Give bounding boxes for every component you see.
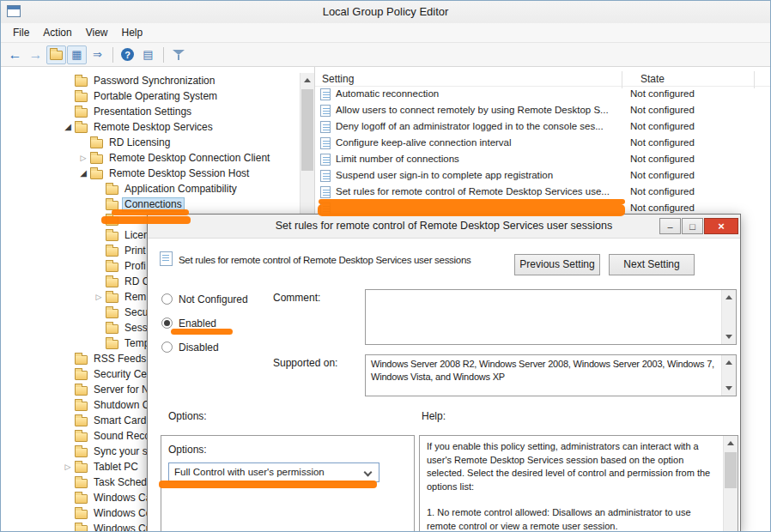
tree-item-label: Connections xyxy=(122,197,185,212)
options-inner-label: Options: xyxy=(168,444,207,456)
scroll-up-icon[interactable] xyxy=(722,290,736,305)
menu-item[interactable]: Help xyxy=(115,23,150,43)
tree-item[interactable]: Remote Desktop Services xyxy=(1,119,300,135)
folder-icon xyxy=(106,324,118,334)
help-icon[interactable]: ? xyxy=(118,45,137,64)
window-titlebar[interactable]: Local Group Policy Editor xyxy=(1,1,770,23)
tree-item-label: RD Licensing xyxy=(106,136,173,150)
column-divider[interactable] xyxy=(754,71,755,88)
setting-row[interactable]: Limit number of connections Not configur… xyxy=(315,152,770,168)
menu-item[interactable]: View xyxy=(79,23,115,43)
folder-icon xyxy=(75,525,88,532)
maximize-button[interactable]: □ xyxy=(682,218,703,234)
folder-icon xyxy=(75,355,88,365)
tree-item-label: RSS Feeds xyxy=(91,352,149,366)
scroll-up-icon[interactable] xyxy=(722,355,736,370)
supported-on-label: Supported on: xyxy=(273,357,337,369)
column-header-state[interactable]: State xyxy=(640,73,665,85)
comment-input[interactable] xyxy=(365,289,737,345)
export-list-icon[interactable]: ⇒ xyxy=(88,45,107,64)
filter-icon[interactable] xyxy=(168,45,188,64)
setting-row[interactable]: Allow users to connect remotely by using… xyxy=(315,103,770,119)
policy-icon xyxy=(320,105,331,117)
scrollbar-thumb[interactable] xyxy=(301,89,313,171)
tree-item[interactable]: Remote Desktop Connection Client xyxy=(1,150,300,166)
tree-item-label: Presentation Settings xyxy=(91,105,194,119)
tree-item[interactable]: Connections xyxy=(1,196,300,212)
menu-bar: File Action View Help xyxy=(1,23,770,43)
previous-setting-button[interactable]: Previous Setting xyxy=(514,254,600,275)
setting-row[interactable]: Configure keep-alive connection interval… xyxy=(315,136,770,152)
radio-not-configured[interactable]: Not Configured xyxy=(161,293,248,305)
policy-icon xyxy=(320,186,331,198)
comment-scrollbar[interactable] xyxy=(721,290,736,344)
policy-setting-dialog: Set rules for remote control of Remote D… xyxy=(147,214,741,532)
menu-item[interactable]: Action xyxy=(36,23,78,43)
toolbar-separator xyxy=(112,47,113,63)
tree-item-label: Profi xyxy=(122,259,149,274)
tree-item-label: Application Compatibility xyxy=(122,182,240,196)
menu-item[interactable]: File xyxy=(6,23,36,43)
tree-item-label: Tablet PC xyxy=(91,460,141,475)
scroll-up-icon[interactable] xyxy=(724,436,738,450)
tree-expand-icon[interactable] xyxy=(76,166,90,181)
tree-item[interactable]: Remote Desktop Session Host xyxy=(1,166,300,181)
scrollbar-thumb[interactable] xyxy=(725,452,737,488)
tree-item[interactable]: Portable Operating System xyxy=(1,88,300,104)
tree-expand-icon[interactable] xyxy=(76,150,90,166)
tree-expand-icon[interactable] xyxy=(61,459,75,475)
help-badge: ? xyxy=(121,48,134,61)
forward-icon[interactable]: → xyxy=(26,45,46,64)
tree-item[interactable]: Application Compatibility xyxy=(1,181,300,196)
column-divider[interactable] xyxy=(622,71,622,88)
remote-control-level-dropdown[interactable]: Full Control with user's permission xyxy=(168,462,379,482)
triangle-up-icon xyxy=(725,295,732,299)
folder-icon xyxy=(75,448,88,457)
supported-scrollbar[interactable] xyxy=(721,355,736,396)
dialog-titlebar[interactable]: Set rules for remote control of Remote D… xyxy=(148,215,740,239)
tree-item-label: Remote Desktop Connection Client xyxy=(106,151,272,166)
list-header: Setting State xyxy=(315,73,770,87)
setting-state: Not configured xyxy=(630,137,695,148)
tree-item[interactable]: Password Synchronization xyxy=(1,73,300,88)
setting-name: Allow users to connect remotely by using… xyxy=(336,105,620,115)
tree-item-label: Password Synchronization xyxy=(91,74,217,88)
setting-row[interactable]: Suspend user sign-in to complete app reg… xyxy=(315,168,770,184)
radio-enabled[interactable]: Enabled xyxy=(161,317,216,329)
setting-row[interactable]: Automatic reconnection Not configured xyxy=(315,87,770,103)
action-pane-icon[interactable]: ▤ xyxy=(138,45,158,64)
minimize-button[interactable]: – xyxy=(659,218,681,234)
dialog-body: Set rules for remote control of Remote D… xyxy=(148,239,740,532)
tree-item-label: Smart Card xyxy=(91,414,149,428)
help-paragraph: If you enable this policy setting, admin… xyxy=(427,440,717,493)
close-button[interactable]: × xyxy=(704,218,738,234)
folder-icon xyxy=(75,510,88,519)
scroll-down-icon[interactable] xyxy=(722,381,736,396)
scroll-down-icon[interactable] xyxy=(722,329,736,344)
tree-item-label: Remote Desktop Session Host xyxy=(106,166,252,181)
radio-circle xyxy=(161,342,173,353)
setting-row[interactable]: Set rules for remote control of Remote D… xyxy=(315,184,770,201)
folder-icon xyxy=(106,340,118,349)
up-one-level-icon[interactable] xyxy=(46,45,66,64)
tree-item-label: Sound Reco xyxy=(91,429,153,444)
radio-disabled[interactable]: Disabled xyxy=(161,341,219,354)
folder-icon xyxy=(106,278,118,287)
supported-on-box[interactable]: Windows Server 2008 R2, Windows Server 2… xyxy=(365,354,737,396)
tree-expand-icon[interactable] xyxy=(92,289,106,305)
help-scrollbar[interactable] xyxy=(723,436,738,532)
column-header-setting[interactable]: Setting xyxy=(322,73,354,85)
next-setting-button[interactable]: Next Setting xyxy=(609,254,695,275)
tree-item-label: Windows Ca xyxy=(91,491,154,505)
console-tree-icon[interactable]: ▦ xyxy=(67,45,87,64)
triangle-up-icon xyxy=(727,441,734,445)
folder-icon xyxy=(75,386,88,396)
scroll-up-icon[interactable] xyxy=(301,73,314,88)
setting-row[interactable]: Deny logoff of an administrator logged i… xyxy=(315,119,770,136)
back-icon[interactable]: ← xyxy=(5,45,25,64)
folder-icon xyxy=(75,93,88,102)
folder-icon xyxy=(75,417,88,426)
tree-item[interactable]: RD Licensing xyxy=(1,135,300,150)
tree-expand-icon[interactable] xyxy=(61,119,75,135)
tree-item[interactable]: Presentation Settings xyxy=(1,104,300,119)
